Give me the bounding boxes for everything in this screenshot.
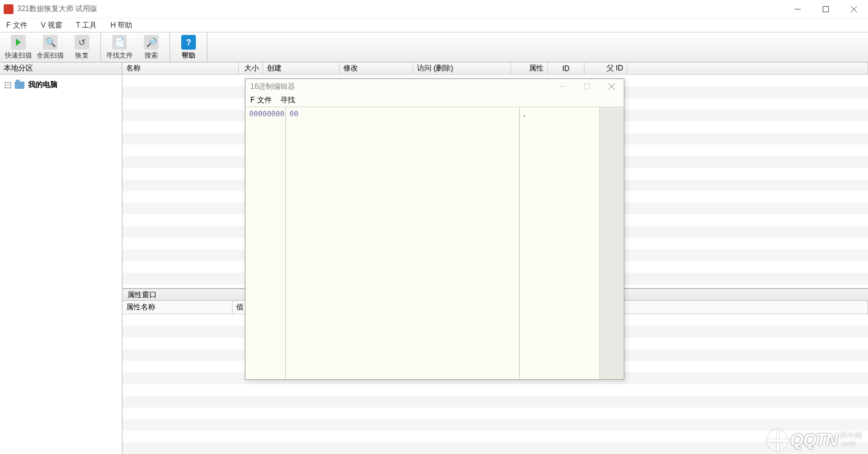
app-icon — [4, 4, 13, 14]
help-icon: ? — [181, 35, 196, 50]
hex-ascii-column[interactable]: . — [520, 107, 599, 379]
col-parent-id[interactable]: 父 ID — [585, 62, 627, 74]
menu-view[interactable]: V 视窗 — [39, 19, 65, 32]
hex-minimize-button[interactable] — [550, 79, 575, 94]
hex-editor-window[interactable]: 16进制编辑器 F 文件 寻找 00000000 00 . — [245, 78, 624, 380]
computer-icon — [15, 81, 24, 89]
menubar: F 文件 V 视窗 T 工具 H 帮助 — [0, 18, 868, 32]
col-id[interactable]: ID — [548, 62, 585, 74]
tree: 我的电脑 — [0, 75, 122, 454]
search-icon: 🔎 — [144, 35, 159, 50]
hex-menu-find[interactable]: 寻找 — [280, 95, 295, 105]
table-row — [122, 431, 868, 442]
play-icon — [11, 35, 26, 50]
titlebar: 321数据恢复大师 试用版 — [0, 0, 868, 18]
hex-close-button[interactable] — [599, 79, 624, 94]
hex-offset-column[interactable]: 00000000 — [245, 107, 286, 379]
window-controls — [784, 0, 868, 18]
menu-help[interactable]: H 帮助 — [108, 19, 135, 32]
hex-window-controls — [550, 79, 624, 94]
tree-root-label: 我的电脑 — [28, 80, 58, 90]
help-button[interactable]: ? 帮助 — [173, 34, 204, 61]
hex-menubar: F 文件 寻找 — [245, 94, 624, 107]
watermark-side: 腾牛网 .com — [840, 432, 862, 448]
search-button[interactable]: 🔎 搜索 — [135, 34, 167, 61]
hex-scrollbar[interactable] — [599, 107, 624, 379]
full-scan-button[interactable]: 🔍 全面扫描 — [34, 34, 66, 61]
col-size[interactable]: 大小 — [239, 62, 263, 74]
recover-button[interactable]: ↺ 恢复 — [66, 34, 98, 61]
table-row — [122, 442, 868, 454]
menu-file[interactable]: F 文件 — [4, 19, 30, 32]
table-row — [122, 419, 868, 431]
hex-title-text: 16进制编辑器 — [250, 81, 295, 92]
hex-menu-file[interactable]: F 文件 — [250, 95, 272, 105]
quick-scan-button[interactable]: 快速扫描 — [2, 34, 34, 61]
watermark-icon — [767, 429, 788, 450]
find-file-icon: 📄 — [112, 35, 127, 50]
scan-icon: 🔍 — [43, 35, 58, 50]
hex-bytes-column[interactable]: 00 — [286, 107, 520, 379]
close-button[interactable] — [840, 0, 868, 18]
col-name[interactable]: 名称 — [122, 62, 239, 74]
col-attr[interactable]: 属性 — [511, 62, 548, 74]
svg-rect-1 — [823, 6, 829, 12]
hex-body: 00000000 00 . — [245, 107, 624, 379]
hex-maximize-button[interactable] — [575, 79, 599, 94]
tree-node-root[interactable]: 我的电脑 — [5, 78, 122, 91]
recover-icon: ↺ — [75, 35, 89, 50]
table-row — [122, 407, 868, 419]
col-modified[interactable]: 修改 — [340, 62, 413, 74]
find-file-button[interactable]: 📄 寻找文件 — [103, 34, 135, 61]
sidebar-header: 本地分区 — [0, 62, 122, 75]
watermark-brand: QQTN — [790, 430, 837, 450]
minimize-button[interactable] — [784, 0, 812, 18]
toolbar: 快速扫描 🔍 全面扫描 ↺ 恢复 📄 寻找文件 🔎 搜索 ? 帮助 — [0, 32, 868, 62]
tree-expand-icon[interactable] — [5, 82, 11, 88]
table-row — [122, 396, 868, 407]
svg-rect-5 — [585, 84, 590, 89]
maximize-button[interactable] — [812, 0, 840, 18]
file-list-columns: 名称 大小 创建 修改 访问 (删除) 属性 ID 父 ID — [122, 62, 868, 75]
hex-titlebar[interactable]: 16进制编辑器 — [245, 79, 624, 94]
prop-col-name[interactable]: 属性名称 — [122, 301, 233, 314]
col-spacer — [627, 62, 868, 74]
col-accessed[interactable]: 访问 (删除) — [413, 62, 511, 74]
table-row — [122, 384, 868, 396]
menu-tools[interactable]: T 工具 — [73, 19, 99, 32]
sidebar: 本地分区 我的电脑 — [0, 62, 122, 454]
watermark: QQTN 腾牛网 .com — [767, 429, 862, 450]
app-title: 321数据恢复大师 试用版 — [17, 4, 97, 14]
col-created[interactable]: 创建 — [263, 62, 340, 74]
